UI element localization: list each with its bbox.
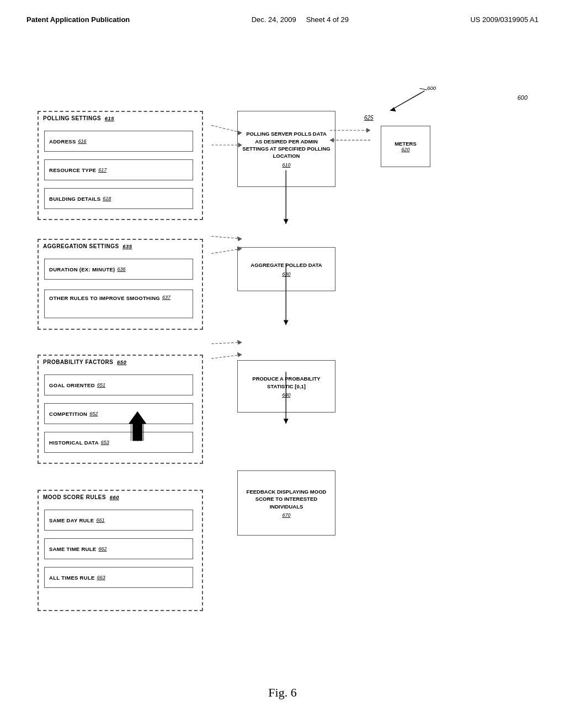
- aggregate-box: AGGREGATE POLLED DATA 630: [237, 247, 335, 291]
- polling-server-num: 610: [282, 162, 290, 168]
- svg-line-22: [211, 355, 242, 358]
- svg-line-3: [420, 88, 427, 90]
- aggregate-num: 630: [282, 271, 290, 277]
- sheet-number: Sheet 4 of 29: [306, 15, 349, 24]
- duration-box: DURATION (EX: MINUTE) 636: [44, 259, 193, 280]
- svg-text:600: 600: [427, 85, 436, 91]
- svg-line-0: [390, 91, 425, 111]
- all-times-rule-box: ALL TIMES RULE 663: [44, 567, 193, 588]
- feedback-num: 670: [282, 512, 290, 518]
- ref-625-label: 625: [364, 115, 374, 121]
- probability-stat-text: PRODUCE A PROBABILITY STATISTIC [0,1]: [242, 375, 331, 390]
- ref-600-label: 600: [518, 94, 527, 101]
- address-box: ADDRESS 616: [44, 131, 193, 152]
- svg-marker-23: [237, 352, 242, 357]
- svg-line-20: [211, 342, 242, 344]
- aggregation-settings-label: AGGREGATION SETTINGS 635: [43, 243, 132, 249]
- svg-marker-1: [390, 107, 396, 111]
- probability-factors-label: PROBABILITY FACTORS 650: [43, 359, 126, 365]
- svg-marker-15: [237, 236, 242, 241]
- header-left: Patent Application Publication: [26, 15, 130, 24]
- fig-caption: Fig. 6: [0, 680, 565, 700]
- header-center: Dec. 24, 2009 Sheet 4 of 29: [252, 15, 349, 24]
- header-right: US 2009/0319905 A1: [470, 15, 539, 24]
- probability-factors-box: PROBABILITY FACTORS 650 GOAL ORIENTED 65…: [38, 355, 203, 464]
- page-header: Patent Application Publication Dec. 24, …: [0, 0, 565, 29]
- meters-text: METERS: [395, 141, 417, 147]
- probability-stat-num: 640: [282, 392, 290, 398]
- mood-score-rules-label: MOOD SCORE RULES 660: [43, 494, 119, 500]
- patent-number: US 2009/0319905 A1: [470, 15, 539, 24]
- same-day-rule-box: SAME DAY RULE 661: [44, 510, 193, 531]
- probability-stat-box: PRODUCE A PROBABILITY STATISTIC [0,1] 64…: [237, 360, 335, 413]
- publication-label: Patent Application Publication: [26, 15, 130, 24]
- polling-settings-box: POLLING SETTINGS 615 ADDRESS 616 RESOURC…: [38, 111, 203, 220]
- meters-box: METERS 620: [381, 126, 430, 167]
- other-rules-box: OTHER RULES TO IMPROVE SMOOTHING 637: [44, 290, 193, 318]
- aggregate-text: AGGREGATE POLLED DATA: [250, 261, 322, 269]
- meters-num: 620: [401, 147, 409, 152]
- mood-score-rules-box: MOOD SCORE RULES 660 SAME DAY RULE 661 S…: [38, 490, 203, 611]
- svg-marker-21: [237, 340, 242, 345]
- svg-marker-13: [284, 219, 289, 224]
- resource-type-box: RESOURCE TYPE 617: [44, 159, 193, 180]
- goal-oriented-box: GOAL ORIENTED 651: [44, 374, 193, 395]
- feedback-text: FEEDBACK DISPLAYING MOOD SCORE TO INTERE…: [242, 488, 331, 510]
- svg-marker-25: [284, 419, 289, 424]
- svg-line-14: [211, 236, 242, 238]
- polling-server-text: POLLING SERVER POLLS DATA AS DESIRED PER…: [242, 130, 331, 159]
- diagram-area: 600 POLLING SETTINGS 615 ADDRESS 616 RES…: [0, 29, 565, 680]
- feedback-box: FEEDBACK DISPLAYING MOOD SCORE TO INTERE…: [237, 470, 335, 536]
- polling-server-box: POLLING SERVER POLLS DATA AS DESIRED PER…: [237, 111, 335, 187]
- aggregation-settings-box: AGGREGATION SETTINGS 635 DURATION (EX: M…: [38, 239, 203, 330]
- historical-data-box: HISTORICAL DATA 653: [44, 432, 193, 453]
- competition-box: COMPETITION 652: [44, 403, 193, 424]
- svg-marker-9: [366, 128, 370, 133]
- same-time-rule-box: SAME TIME RULE 662: [44, 538, 193, 559]
- svg-marker-19: [284, 320, 289, 325]
- polling-settings-label: POLLING SETTINGS 615: [43, 115, 114, 121]
- publication-date: Dec. 24, 2009: [252, 15, 296, 24]
- building-details-box: BUILDING DETAILS 618: [44, 188, 193, 209]
